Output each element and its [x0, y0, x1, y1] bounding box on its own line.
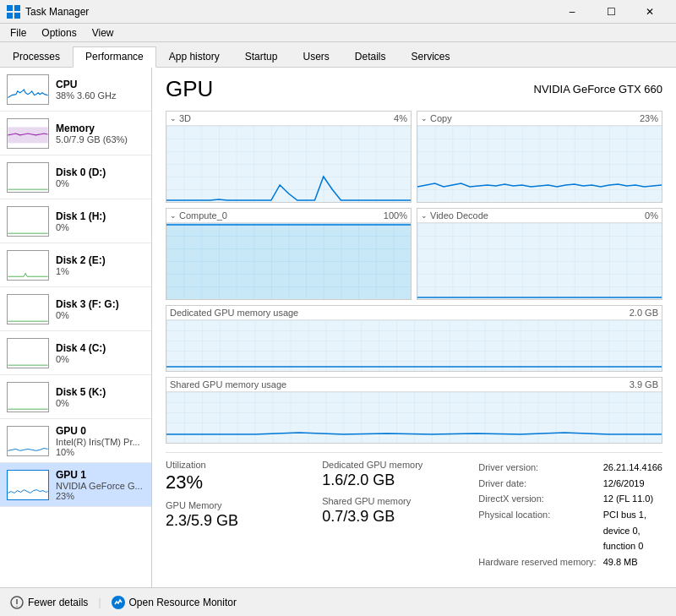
directx-val: 12 (FL 11.0) — [603, 491, 662, 507]
cpu-info: CPU 38% 3.60 GHz — [56, 79, 144, 101]
chart-shared-mem: Shared GPU memory usage 3.9 GB — [166, 377, 662, 444]
driver-info: Driver version: 26.21.14.4166 Driver dat… — [478, 460, 662, 570]
disk5-sub: 0% — [56, 398, 144, 408]
directx-key: DirectX version: — [478, 491, 596, 507]
chart-video-decode-name: Video Decode — [430, 210, 488, 221]
chevron-icon-copy: ⌄ — [421, 114, 428, 123]
disk5-info: Disk 5 (K:) 0% — [56, 386, 144, 408]
chart-compute-name: Compute_0 — [179, 210, 227, 221]
disk4-name: Disk 4 (C:) — [56, 342, 144, 354]
close-button[interactable]: ✕ — [630, 0, 669, 24]
util-value: 23% — [166, 472, 313, 493]
disk0-info: Disk 0 (D:) 0% — [56, 166, 144, 188]
menu-bar: File Options View — [0, 24, 676, 42]
menu-view[interactable]: View — [85, 25, 121, 40]
cpu-name: CPU — [56, 79, 144, 90]
app-icon — [7, 5, 20, 19]
disk0-sub: 0% — [56, 178, 144, 188]
resource-monitor-icon — [112, 596, 125, 609]
disk3-info: Disk 3 (F: G:) 0% — [56, 298, 144, 320]
sidebar-item-disk4[interactable]: Disk 4 (C:) 0% — [0, 331, 151, 375]
open-resource-monitor-label: Open Resource Monitor — [129, 597, 237, 608]
disk4-sub: 0% — [56, 354, 144, 364]
svg-rect-5 — [166, 126, 411, 202]
sidebar-item-gpu1[interactable]: GPU 1 NVIDIA GeForce G... 23% — [0, 463, 151, 507]
gpu0-pct: 10% — [56, 447, 144, 457]
chart-3d-area — [166, 126, 411, 202]
chevron-icon-compute: ⌄ — [170, 211, 177, 220]
svg-rect-9 — [166, 320, 662, 371]
shared-mem-label: Shared GPU memory usage — [170, 379, 286, 390]
gpu0-thumb — [7, 426, 49, 456]
tab-processes[interactable]: Processes — [0, 46, 73, 68]
tab-services[interactable]: Services — [399, 46, 463, 68]
fewer-details-button[interactable]: Fewer details — [10, 596, 88, 609]
ded-gpu-label: Dedicated GPU memory — [322, 460, 470, 470]
chart-copy-name: Copy — [430, 113, 452, 123]
chart-shared-mem-area — [166, 392, 662, 443]
gpu1-name: GPU 1 — [56, 469, 144, 481]
minimize-button[interactable]: – — [553, 0, 592, 24]
chart-video-decode: ⌄ Video Decode 0% — [417, 208, 662, 300]
disk1-name: Disk 1 (H:) — [56, 210, 144, 222]
disk3-sub: 0% — [56, 310, 144, 320]
sidebar-item-disk5[interactable]: Disk 5 (K:) 0% — [0, 375, 151, 419]
gpu-model: NVIDIA GeForce GTX 660 — [534, 83, 662, 95]
disk0-thumb — [7, 162, 49, 193]
gpu0-name: GPU 0 — [56, 425, 144, 437]
disk2-info: Disk 2 (E:) 1% — [56, 254, 144, 276]
driver-version-key: Driver version: — [478, 460, 596, 476]
tab-app-history[interactable]: App history — [156, 46, 232, 68]
chart-dedicated-mem: Dedicated GPU memory usage 2.0 GB — [166, 305, 662, 372]
stats-row: Utilization 23% GPU Memory 2.3/5.9 GB De… — [166, 452, 662, 570]
chart-copy-label: ⌄ Copy — [421, 113, 452, 123]
disk5-thumb — [7, 382, 49, 412]
disk1-thumb — [7, 206, 49, 237]
chart-compute-label: ⌄ Compute_0 — [170, 210, 227, 221]
sidebar-item-disk3[interactable]: Disk 3 (F: G:) 0% — [0, 287, 151, 331]
sidebar-item-cpu[interactable]: CPU 38% 3.60 GHz — [0, 68, 151, 112]
chart-compute-header: ⌄ Compute_0 100% — [166, 209, 411, 223]
sidebar-item-disk0[interactable]: Disk 0 (D:) 0% — [0, 155, 151, 199]
disk3-name: Disk 3 (F: G:) — [56, 298, 144, 310]
tab-startup[interactable]: Startup — [232, 46, 291, 68]
stats-col3: Driver version: 26.21.14.4166 Driver dat… — [478, 460, 662, 570]
gpu-header: GPU NVIDIA GeForce GTX 660 — [166, 76, 662, 102]
memory-name: Memory — [56, 123, 144, 134]
shared-gpu-label: Shared GPU memory — [322, 496, 470, 506]
svg-rect-0 — [7, 5, 13, 11]
disk4-info: Disk 4 (C:) 0% — [56, 342, 144, 364]
open-resource-monitor-button[interactable]: Open Resource Monitor — [112, 596, 237, 609]
fewer-details-label: Fewer details — [28, 597, 88, 608]
sidebar-item-memory[interactable]: Memory 5.0/7.9 GB (63%) — [0, 112, 151, 155]
menu-file[interactable]: File — [3, 25, 33, 40]
sidebar-item-disk2[interactable]: Disk 2 (E:) 1% — [0, 243, 151, 287]
gpu1-info: GPU 1 NVIDIA GeForce G... 23% — [56, 469, 144, 501]
disk0-name: Disk 0 (D:) — [56, 166, 144, 178]
disk2-sub: 1% — [56, 266, 144, 276]
menu-options[interactable]: Options — [35, 25, 83, 40]
chart-video-decode-label: ⌄ Video Decode — [421, 210, 488, 221]
fewer-details-icon — [10, 596, 24, 609]
sidebar-item-gpu0[interactable]: GPU 0 Intel(R) Iris(TM) Pr... 10% — [0, 419, 151, 463]
chart-grid-top: ⌄ 3D 4% — [166, 111, 662, 300]
driver-date-key: Driver date: — [478, 476, 596, 492]
tab-details[interactable]: Details — [342, 46, 399, 68]
chart-copy-header: ⌄ Copy 23% — [417, 112, 662, 126]
driver-version-val: 26.21.14.4166 — [603, 460, 662, 476]
disk5-name: Disk 5 (K:) — [56, 386, 144, 398]
chart-shared-mem-header: Shared GPU memory usage 3.9 GB — [166, 378, 662, 392]
gpu1-pct: 23% — [56, 491, 144, 501]
chart-dedicated-mem-area — [166, 320, 662, 371]
tab-performance[interactable]: Performance — [73, 46, 156, 68]
tab-users[interactable]: Users — [290, 46, 341, 68]
disk2-thumb — [7, 250, 49, 281]
chart-copy: ⌄ Copy 23% — [417, 111, 662, 203]
maximize-button[interactable]: ☐ — [592, 0, 630, 24]
shared-mem-max: 3.9 GB — [630, 379, 658, 390]
stat-utilization: Utilization 23% — [166, 460, 313, 493]
sidebar-item-disk1[interactable]: Disk 1 (H:) 0% — [0, 199, 151, 243]
disk3-thumb — [7, 294, 49, 324]
gpu1-sub: NVIDIA GeForce G... — [56, 481, 144, 491]
stat-gpu-memory: GPU Memory 2.3/5.9 GB — [166, 500, 313, 530]
